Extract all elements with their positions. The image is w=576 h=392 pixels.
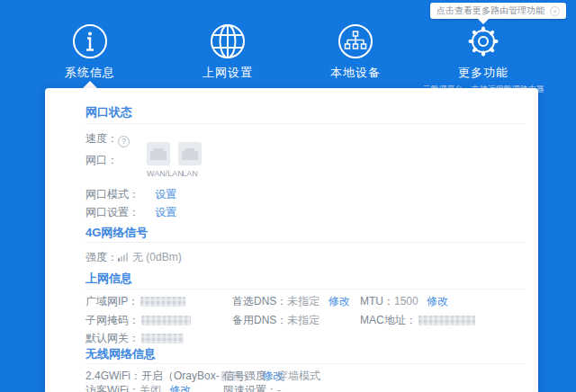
dns-backup-label: 备用DNS： xyxy=(232,314,287,326)
signal-mode-label: 信号强度： xyxy=(223,370,277,382)
mtu-label: MTU： xyxy=(360,295,394,307)
mtu-value: 1500 xyxy=(394,295,418,307)
port-list: WAN/LAN LAN xyxy=(147,142,202,165)
divider xyxy=(86,289,525,290)
topology-icon xyxy=(338,23,374,59)
divider xyxy=(86,363,525,364)
guest-wifi-row: 访客WiFi：关闭 修改 xyxy=(86,383,191,392)
speed-limit-value: - xyxy=(277,384,281,392)
management-tooltip: 点击查看更多路由管理功能 × xyxy=(430,3,566,19)
close-icon[interactable]: × xyxy=(550,6,560,16)
censored-wan-ip xyxy=(140,297,185,307)
port-row-label: 网口： xyxy=(86,153,118,168)
ethernet-port-icon xyxy=(178,142,202,165)
wifi-24g-value: 开启（OrayBox- xyxy=(141,370,220,382)
port-setting-label: 网口设置： xyxy=(86,205,147,220)
strength-label: 强度： xyxy=(86,251,118,263)
censored-gateway xyxy=(141,334,184,343)
guest-wifi-edit-link[interactable]: 修改 xyxy=(169,384,191,392)
router-admin-page: 点击查看更多路由管理功能 × 系统信息 上网设置 本地设备 xyxy=(0,0,576,392)
signal-bars-icon xyxy=(118,253,130,262)
tab-label: 更多功能 xyxy=(420,65,546,81)
speed-label: 速度： xyxy=(86,132,118,145)
tab-label: 上网设置 xyxy=(165,65,291,81)
dns-primary-value: 未指定 xyxy=(287,295,320,307)
port-name: LAN xyxy=(178,169,202,178)
port-mode-row: 网口模式： 设置 xyxy=(86,187,176,202)
ethernet-port-icon xyxy=(147,142,170,165)
port-mode-label: 网口模式： xyxy=(86,187,147,202)
port-lan: LAN xyxy=(178,142,202,165)
gateway-row: 默认网关： xyxy=(86,331,184,346)
wifi-24g-label: 2.4GWiFi： xyxy=(86,370,141,382)
guest-wifi-label: 访客WiFi： xyxy=(86,384,140,392)
dns-primary-edit-link[interactable]: 修改 xyxy=(328,295,350,307)
tab-local-devices[interactable]: 本地设备 xyxy=(292,23,418,81)
speed-limit-label: 限速设置： xyxy=(223,384,277,392)
tab-label: 系统信息 xyxy=(27,65,153,81)
speed-limit-row: 限速设置：- xyxy=(223,383,281,392)
port-name: WAN/LAN xyxy=(147,169,170,178)
section-title-wireless-info: 无线网络信息 xyxy=(86,346,156,362)
divider xyxy=(86,123,525,124)
dns-backup-row: 备用DNS：未指定 xyxy=(232,313,320,328)
mtu-edit-link[interactable]: 修改 xyxy=(427,295,448,307)
tab-label: 本地设备 xyxy=(292,65,418,81)
signal-mode-row: 信号强度：穿墙模式 xyxy=(223,369,320,384)
mac-row: MAC地址： xyxy=(360,313,475,328)
subnet-label: 子网掩码： xyxy=(86,314,140,326)
dns-primary-row: 首选DNS：未指定 修改 xyxy=(232,294,350,309)
gateway-label: 默认网关： xyxy=(86,332,140,344)
signal-mode-value: 穿墙模式 xyxy=(277,370,320,382)
mac-label: MAC地址： xyxy=(360,314,417,326)
section-title-port-status: 网口状态 xyxy=(86,104,132,120)
strength-value: 无 (0dBm) xyxy=(132,251,182,263)
tab-more-functions[interactable]: 更多功能 云管理平台，支持远程管理路由器 xyxy=(420,23,546,95)
port-setting-settings-link[interactable]: 设置 xyxy=(155,206,176,218)
active-tab-pointer xyxy=(83,81,97,88)
gear-icon xyxy=(465,23,501,59)
dns-primary-label: 首选DNS： xyxy=(232,295,287,307)
censored-mac xyxy=(418,316,475,325)
wan-ip-label: 广域网IP： xyxy=(86,295,139,307)
guest-wifi-value: 关闭 xyxy=(140,384,161,392)
tooltip-text: 点击查看更多路由管理功能 xyxy=(436,4,544,17)
port-wan-lan: WAN/LAN xyxy=(147,142,170,165)
wan-ip-row: 广域网IP： xyxy=(86,294,185,309)
globe-icon xyxy=(210,23,246,59)
subnet-row: 子网掩码： xyxy=(86,313,191,328)
speed-row: 速度：? xyxy=(86,131,130,147)
help-icon[interactable]: ? xyxy=(118,136,130,147)
section-title-internet-info: 上网信息 xyxy=(86,271,132,287)
dns-backup-value: 未指定 xyxy=(287,314,320,326)
port-mode-settings-link[interactable]: 设置 xyxy=(155,188,176,200)
port-setting-row: 网口设置： 设置 xyxy=(86,205,176,220)
censored-subnet xyxy=(141,316,191,325)
section-title-4g-signal: 4G网络信号 xyxy=(86,225,148,241)
content-panel: 网口状态 速度：? 网口： WAN/LAN LAN 网口模式： 设置 网口设置：… xyxy=(45,88,538,392)
tab-system-info[interactable]: 系统信息 xyxy=(27,23,153,81)
mtu-row: MTU：1500 修改 xyxy=(360,294,448,309)
port-label: 网口： xyxy=(86,154,118,166)
divider xyxy=(86,242,525,243)
signal-strength-row: 强度：无 (0dBm) xyxy=(86,250,182,265)
info-icon xyxy=(72,23,108,59)
tab-internet-settings[interactable]: 上网设置 xyxy=(165,23,291,81)
